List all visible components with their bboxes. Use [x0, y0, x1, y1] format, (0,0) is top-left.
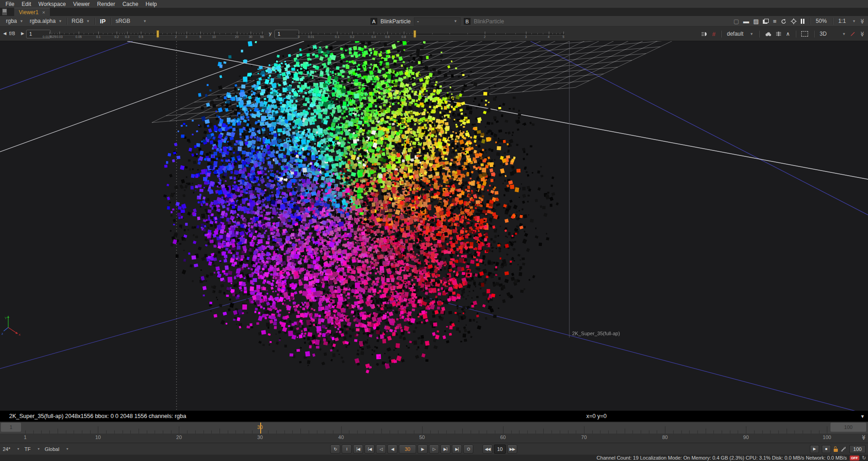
fstop-up-icon[interactable]: ▶	[21, 31, 24, 36]
menu-cache[interactable]: Cache	[119, 1, 142, 7]
refresh-icon[interactable]	[781, 18, 787, 24]
gamma-slider[interactable]: 00.010.10.20.40.60.812345	[296, 29, 565, 40]
pause-updates-icon[interactable]	[801, 19, 804, 24]
collapse-toolbar-icon[interactable]: ≫	[860, 18, 866, 24]
tab-viewer1[interactable]: Viewer1 ×	[14, 8, 50, 16]
menu-edit[interactable]: Edit	[18, 1, 35, 7]
gamma-input[interactable]: 1	[274, 30, 299, 38]
frame-tick	[284, 430, 285, 434]
skip-back-button[interactable]: ◀◀	[482, 445, 493, 454]
current-frame-box[interactable]: 30	[399, 445, 416, 454]
next-keyframe-button[interactable]: ▶⟩	[440, 445, 450, 454]
slider-minor-tick	[138, 33, 138, 34]
frame-tick	[632, 430, 633, 434]
fstop-down-icon[interactable]: ◀	[3, 31, 6, 36]
collapse-toolbar-icon[interactable]: ≫	[860, 31, 866, 37]
tab-close-icon[interactable]: ×	[42, 10, 45, 15]
menu-help[interactable]: Help	[142, 1, 161, 7]
frame-tick	[770, 430, 771, 434]
prev-keyframe-button[interactable]: ⟨◀	[364, 445, 375, 454]
separator	[721, 31, 721, 38]
refresh-status-icon[interactable]: ↻	[862, 455, 866, 461]
playhead-label: 30	[257, 424, 263, 430]
new-viewer-window-icon[interactable]	[763, 19, 769, 24]
b-input-node[interactable]: BlinkParticle	[474, 18, 504, 25]
full-frame-icon[interactable]: ▬	[743, 18, 749, 24]
range-end-box[interactable]: 100	[830, 423, 866, 432]
stack-mode-icon[interactable]: ≡	[773, 18, 777, 24]
roi-rect-icon[interactable]	[801, 31, 808, 37]
slider-minor-tick	[107, 33, 108, 34]
info-caret-icon[interactable]: ▼	[860, 414, 865, 419]
localization-badge: OFF	[850, 456, 859, 461]
slider-handle[interactable]	[156, 30, 159, 38]
render-flag-button[interactable]: ▶	[810, 445, 819, 453]
layer-dropdown[interactable]: rgba▼	[3, 17, 27, 25]
lock-icon[interactable]	[834, 449, 838, 452]
exposure-toolbar-right: # default▼ ∧ 3D▼ ≫	[701, 27, 865, 41]
frame-tick	[713, 430, 714, 434]
menu-workspace[interactable]: Workspace	[35, 1, 70, 7]
range-mode-dropdown[interactable]: Global▼	[45, 446, 69, 452]
step-back-button[interactable]: ◁	[376, 445, 386, 454]
colorspace-dropdown[interactable]: sRGB▼	[113, 17, 150, 25]
particle-canvas[interactable]	[0, 41, 868, 411]
gain-region-icon[interactable]: ▢	[734, 18, 739, 24]
view-mode-dropdown[interactable]: 3D▼	[820, 31, 846, 37]
slider-tick-label: 2	[484, 35, 486, 38]
timeline-collapse-icon[interactable]: ≫	[861, 435, 867, 440]
a-input-button[interactable]: A	[370, 18, 377, 25]
menu-render[interactable]: Render	[93, 1, 118, 7]
slider-minor-tick	[253, 33, 254, 34]
pane-layout-icon[interactable]	[2, 9, 7, 15]
lut-curve-icon[interactable]: ∧	[786, 31, 790, 37]
slider-minor-tick	[467, 33, 468, 34]
play-forward-button[interactable]: ▶	[418, 445, 428, 454]
frame-tick	[487, 430, 487, 434]
timeline-mode-dropdown[interactable]: TF▼	[24, 446, 40, 452]
skip-forward-button[interactable]: ▶▶	[507, 445, 517, 454]
range-start-box[interactable]: 1	[1, 423, 21, 432]
frame-tick	[228, 430, 228, 434]
roi-target-icon[interactable]	[791, 18, 797, 24]
stop-flag-button[interactable]: ■	[822, 445, 831, 453]
checker-overlay-icon[interactable]: ▨	[753, 18, 759, 24]
step-forward-button[interactable]: ▷	[429, 445, 439, 454]
edit-pencil-icon[interactable]	[850, 31, 856, 37]
alpha-layer-dropdown[interactable]: rgba.alpha▼	[27, 17, 65, 25]
display-channels-dropdown[interactable]: RGB▼	[69, 17, 93, 25]
a-input-node[interactable]: BlinkParticle	[380, 18, 411, 25]
zoom-level[interactable]: 50%	[816, 18, 827, 24]
cache-levels-icon[interactable]	[841, 446, 847, 451]
proxy-dropdown[interactable]: 1:1▼	[838, 18, 856, 24]
slider-tick-label: 0.01	[308, 35, 314, 38]
frame-increment-box[interactable]: 10	[494, 445, 506, 454]
slider-tick	[49, 32, 50, 34]
headlamp-icon[interactable]	[701, 32, 708, 37]
wipe-mode-dropdown[interactable]: -▼	[414, 17, 461, 26]
cycle-mode-button[interactable]: ↻	[330, 445, 340, 454]
goto-start-button[interactable]: |◀	[353, 445, 363, 454]
viewer-process-dropdown[interactable]: default▼	[727, 31, 753, 37]
guides-icon[interactable]: #	[712, 31, 715, 38]
frame-range-lock-button[interactable]: I	[342, 445, 352, 454]
slider-minor-tick	[407, 33, 407, 34]
slider-handle[interactable]	[413, 30, 416, 38]
gain-slider[interactable]: 0.0156250.030.050.10.20.30.5123510203056	[49, 29, 264, 40]
b-input-button[interactable]: B	[464, 18, 471, 25]
play-backward-button[interactable]: ◀	[387, 445, 397, 454]
goto-end-button[interactable]: ▶|	[452, 445, 462, 454]
loop-toggle-button[interactable]: O	[463, 445, 473, 454]
frame-tick	[41, 430, 42, 434]
input-process-button[interactable]: IP	[96, 18, 109, 25]
cache-size-box[interactable]: 100	[849, 445, 866, 453]
viewer-viewport-3d[interactable]: 2K_Super_35(full-ap) Y x z	[0, 41, 868, 411]
fps-dropdown[interactable]: 24*▼	[3, 446, 20, 452]
timeline-ruler[interactable]	[0, 423, 868, 434]
timeline[interactable]: 1 100 1102030405060708090100 ≫ 30	[0, 422, 868, 443]
stereo-modes-icon[interactable]	[776, 31, 782, 37]
menu-file[interactable]: File	[2, 1, 18, 7]
slider-tick	[237, 32, 237, 34]
menu-viewer[interactable]: Viewer	[70, 1, 93, 7]
cloud-icon[interactable]	[765, 32, 772, 37]
